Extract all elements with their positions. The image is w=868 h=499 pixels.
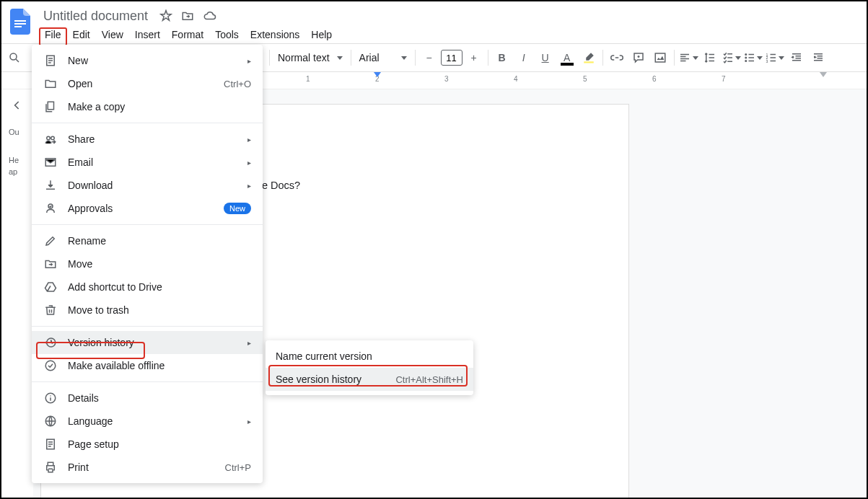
submenu-arrow-icon: ▸ <box>247 57 251 65</box>
menu-view[interactable]: View <box>96 27 129 46</box>
svg-line-4 <box>16 59 19 62</box>
svg-point-11 <box>745 60 747 62</box>
text-color-button[interactable]: A <box>557 48 577 68</box>
move-folder-icon[interactable] <box>181 9 194 22</box>
chevron-down-icon <box>693 56 698 60</box>
bold-button[interactable]: B <box>492 48 512 68</box>
document-icon <box>43 54 58 67</box>
svg-point-24 <box>50 395 51 397</box>
submenu-see-version-history[interactable]: See version history Ctrl+Alt+Shift+H <box>266 368 473 391</box>
info-icon <box>43 392 58 405</box>
ruler-mark: 1 <box>306 75 310 83</box>
svg-point-9 <box>745 53 747 56</box>
svg-point-3 <box>10 53 17 60</box>
paragraph-style-select[interactable]: Normal text <box>273 48 347 68</box>
menu-tools[interactable]: Tools <box>209 27 245 46</box>
history-icon <box>43 336 58 349</box>
menu-print[interactable]: Print Ctrl+P <box>32 456 263 479</box>
outline-heading-hint: Heap <box>7 155 27 177</box>
checklist-button[interactable] <box>722 48 742 68</box>
insert-comment-button[interactable] <box>628 48 649 68</box>
star-icon[interactable] <box>159 9 172 22</box>
ruler-mark: 5 <box>583 75 587 83</box>
numbered-list-button[interactable]: 123 <box>765 48 785 68</box>
svg-rect-5 <box>584 61 594 63</box>
decrease-fontsize-button[interactable]: − <box>419 48 439 68</box>
docs-logo[interactable] <box>7 9 33 35</box>
globe-icon <box>43 415 58 428</box>
menu-email[interactable]: Email ▸ <box>32 151 263 174</box>
ruler-mark: 3 <box>444 75 449 83</box>
page-setup-icon <box>43 438 58 451</box>
svg-rect-1 <box>14 23 26 25</box>
indent-marker-right[interactable] <box>820 72 827 77</box>
insert-link-button[interactable] <box>607 48 627 68</box>
search-icon[interactable] <box>4 48 25 68</box>
menu-version-history[interactable]: Version history ▸ <box>32 331 263 354</box>
email-icon <box>43 156 58 169</box>
chevron-down-icon <box>757 56 763 60</box>
menu-move[interactable]: Move <box>32 252 263 275</box>
menu-make-offline[interactable]: Make available offline <box>32 354 263 377</box>
version-history-submenu: Name current version See version history… <box>266 340 473 395</box>
svg-point-17 <box>47 136 51 140</box>
menu-open[interactable]: Open Ctrl+O <box>32 72 263 95</box>
ruler-mark: 6 <box>652 75 657 83</box>
move-icon <box>43 257 58 270</box>
svg-point-22 <box>45 361 56 371</box>
outline-label: Ou <box>7 127 27 138</box>
menu-insert[interactable]: Insert <box>129 27 166 46</box>
svg-rect-16 <box>48 102 53 110</box>
menu-edit[interactable]: Edit <box>67 27 96 46</box>
menu-language[interactable]: Language ▸ <box>32 410 263 433</box>
menu-extensions[interactable]: Extensions <box>245 27 305 46</box>
menu-share[interactable]: Share ▸ <box>32 128 263 151</box>
menu-new[interactable]: New ▸ <box>32 49 263 72</box>
submenu-arrow-icon: ▸ <box>247 159 251 167</box>
menu-help[interactable]: Help <box>305 27 338 46</box>
line-spacing-button[interactable] <box>700 48 720 68</box>
svg-rect-0 <box>14 20 26 22</box>
copy-icon <box>43 100 58 113</box>
ruler-mark: 7 <box>722 75 726 83</box>
menu-format[interactable]: Format <box>166 27 209 46</box>
print-icon <box>43 461 58 474</box>
offline-icon <box>43 359 58 372</box>
chevron-down-icon <box>401 56 407 60</box>
highlight-color-button[interactable] <box>579 48 599 68</box>
submenu-name-current-version[interactable]: Name current version <box>266 345 473 368</box>
insert-image-button[interactable] <box>650 48 670 68</box>
increase-fontsize-button[interactable]: + <box>464 48 484 68</box>
rename-icon <box>43 234 58 247</box>
font-family-label: Arial <box>359 52 380 63</box>
menu-move-to-trash[interactable]: Move to trash <box>32 299 263 322</box>
menu-bar: File Edit View Insert Format Tools Exten… <box>39 27 861 46</box>
submenu-arrow-icon: ▸ <box>247 339 251 347</box>
trash-icon <box>43 304 58 317</box>
fontsize-input[interactable] <box>441 50 463 66</box>
bulleted-list-button[interactable] <box>743 48 763 68</box>
svg-point-18 <box>51 136 55 140</box>
menu-add-shortcut[interactable]: Add shortcut to Drive <box>32 275 263 299</box>
indent-marker-left[interactable] <box>374 72 381 77</box>
underline-button[interactable]: U <box>535 48 556 68</box>
chevron-down-icon <box>735 56 741 60</box>
menu-make-copy[interactable]: Make a copy <box>32 95 263 118</box>
menu-details[interactable]: Details <box>32 387 263 410</box>
outline-back-button[interactable] <box>7 95 27 115</box>
italic-button[interactable]: I <box>514 48 534 68</box>
decrease-indent-button[interactable] <box>786 48 807 68</box>
menu-approvals[interactable]: Approvals New <box>32 197 263 220</box>
menu-rename[interactable]: Rename <box>32 229 263 252</box>
submenu-arrow-icon: ▸ <box>247 182 251 190</box>
download-icon <box>43 179 58 192</box>
menu-file[interactable]: File <box>39 27 67 46</box>
menu-download[interactable]: Download ▸ <box>32 174 263 197</box>
document-title[interactable]: Untitled document <box>39 9 152 24</box>
menu-page-setup[interactable]: Page setup <box>32 433 263 456</box>
svg-rect-8 <box>655 53 665 62</box>
cloud-status-icon[interactable] <box>203 9 217 22</box>
font-family-select[interactable]: Arial <box>355 48 411 68</box>
align-button[interactable] <box>678 48 698 68</box>
increase-indent-button[interactable] <box>808 48 828 68</box>
